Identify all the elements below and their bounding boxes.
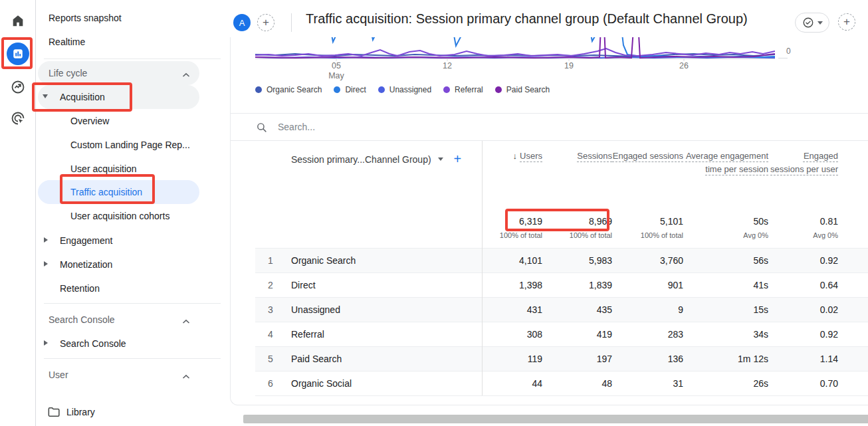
table-row[interactable]: 3Unassigned431435915s0.02 — [255, 297, 868, 322]
sort-descending-icon: ↓ — [513, 150, 518, 163]
x-axis-tick-05-may: 05May — [323, 61, 350, 81]
legend-item-unassigned[interactable]: Unassigned — [378, 85, 431, 94]
collapse-triangle-icon[interactable] — [43, 94, 48, 98]
sidebar-item-search-console[interactable]: Search Console — [36, 332, 229, 356]
x-axis-tick-12: 12 — [434, 61, 461, 71]
sidebar-item-overview[interactable]: Overview — [36, 109, 229, 133]
chevron-up-icon[interactable] — [182, 69, 190, 80]
table-totals-row: 6,319100% of total 8,969100% of total 5,… — [255, 209, 868, 239]
column-header-users[interactable]: ↓Users — [482, 150, 542, 176]
legend-dot — [334, 86, 340, 93]
header-divider — [291, 13, 292, 32]
y-axis-tick-0: 0 — [786, 47, 791, 56]
y-axis-zero-gridline — [778, 58, 788, 58]
reports-icon-circle — [7, 43, 29, 65]
column-header-avg-engagement-time[interactable]: Average engagement time per session — [683, 150, 768, 176]
x-axis-tick-19: 19 — [556, 61, 582, 71]
advertising-icon[interactable] — [0, 106, 36, 130]
sidebar-divider — [44, 358, 221, 359]
sidebar-item-realtime[interactable]: Realtime — [36, 30, 229, 54]
legend-item-paid-search[interactable]: Paid Search — [495, 85, 550, 94]
sidebar-divider — [44, 303, 221, 304]
sidebar-divider — [44, 58, 221, 59]
page-title: Traffic acquisition: Session primary cha… — [306, 0, 748, 37]
customize-report-button[interactable]: + — [838, 13, 855, 31]
column-header-engaged-sessions[interactable]: Engaged sessions — [612, 150, 683, 176]
report-header: A + Traffic acquisition: Session primary… — [229, 0, 868, 37]
search-placeholder: Search... — [278, 122, 315, 132]
sidebar-item-custom-landing-page-report[interactable]: Custom Landing Page Rep... — [36, 133, 229, 157]
dimension-selector[interactable]: Session primary...Channel Group) + — [291, 152, 461, 167]
legend-item-referral[interactable]: Referral — [443, 85, 483, 94]
sidebar-item-retention[interactable]: Retention — [36, 276, 229, 300]
report-nav-sidebar: Reports snapshot Realtime Life cycle Acq… — [36, 0, 229, 426]
legend-dot — [443, 86, 450, 93]
sidebar-item-user-acquisition-cohorts[interactable]: User acquisition cohorts — [36, 204, 229, 228]
traffic-trend-line-chart[interactable] — [255, 37, 775, 61]
legend-item-direct[interactable]: Direct — [334, 85, 366, 94]
chevron-up-icon[interactable] — [182, 316, 190, 326]
legend-item-organic-search[interactable]: Organic Search — [255, 85, 322, 94]
sidebar-item-library[interactable]: Library — [36, 400, 229, 424]
column-header-engaged-sessions-per-user[interactable]: Engaged sessions per user — [768, 150, 838, 176]
legend-dot — [378, 86, 385, 93]
report-card: 0 05May 12 19 26 Organic Search Direct U… — [230, 37, 868, 405]
reports-icon[interactable] — [0, 42, 36, 66]
folder-icon — [48, 407, 60, 417]
chevron-up-icon[interactable] — [182, 371, 190, 381]
totals-avg-engagement-time: 50sAvg 0% — [683, 209, 768, 239]
totals-sessions: 8,969100% of total — [542, 209, 612, 239]
left-icon-rail — [0, 0, 36, 426]
horizontal-scrollbar[interactable] — [243, 415, 868, 423]
add-comparison-button[interactable]: + — [257, 14, 274, 31]
expand-triangle-icon[interactable] — [44, 340, 48, 346]
home-icon[interactable] — [0, 9, 36, 33]
chevron-down-icon — [817, 21, 823, 25]
report-status-button[interactable] — [795, 13, 829, 33]
table-row[interactable]: 2Direct1,3981,83990141s0.64 — [255, 272, 868, 297]
chevron-down-icon — [438, 158, 443, 161]
dimension-metric-column-divider — [482, 141, 483, 395]
totals-users: 6,319100% of total — [482, 209, 542, 239]
table-row[interactable]: 1Organic Search4,1015,9833,76056s0.92 — [255, 248, 868, 272]
sidebar-section-user[interactable]: User — [36, 363, 229, 387]
explore-icon[interactable] — [0, 75, 36, 99]
sidebar-item-user-acquisition[interactable]: User acquisition — [36, 157, 229, 181]
table-body: 1Organic Search4,1015,9833,76056s0.92 2D… — [255, 248, 868, 396]
sidebar-section-search-console[interactable]: Search Console — [36, 308, 229, 332]
totals-engaged-sessions-per-user: 0.81Avg 0% — [768, 209, 838, 239]
sidebar-item-acquisition[interactable]: Acquisition — [36, 85, 229, 109]
sidebar-item-engagement[interactable]: Engagement — [36, 229, 229, 253]
sidebar-section-life-cycle[interactable]: Life cycle — [36, 61, 229, 85]
sidebar-item-reports-snapshot[interactable]: Reports snapshot — [36, 6, 229, 30]
avatar[interactable]: A — [233, 14, 251, 31]
table-header: Session primary...Channel Group) + ↓User… — [255, 141, 868, 176]
table-row[interactable]: 5Paid Search1191971361m 12s1.14 — [255, 346, 868, 371]
add-dimension-button[interactable]: + — [454, 152, 462, 167]
sidebar-item-traffic-acquisition[interactable]: Traffic acquisition — [36, 180, 229, 204]
chart-legend: Organic Search Direct Unassigned Referra… — [255, 85, 550, 94]
sidebar-item-monetization[interactable]: Monetization — [36, 253, 229, 276]
legend-dot — [495, 86, 502, 93]
check-circle-icon — [802, 17, 814, 29]
column-header-sessions[interactable]: Sessions — [542, 150, 612, 176]
x-axis-tick-26: 26 — [671, 61, 697, 71]
table-row[interactable]: 4Referral30841928334s0.92 — [255, 322, 868, 346]
search-icon — [256, 122, 267, 133]
totals-engaged-sessions: 5,101100% of total — [612, 209, 683, 239]
legend-dot — [255, 86, 262, 93]
table-search-input[interactable]: Search... — [231, 113, 868, 141]
expand-triangle-icon[interactable] — [44, 237, 48, 243]
ga4-app-window: Reports snapshot Realtime Life cycle Acq… — [0, 0, 868, 426]
table-row[interactable]: 6Organic Social44483126s0.70 — [255, 371, 868, 395]
expand-triangle-icon[interactable] — [44, 261, 48, 266]
